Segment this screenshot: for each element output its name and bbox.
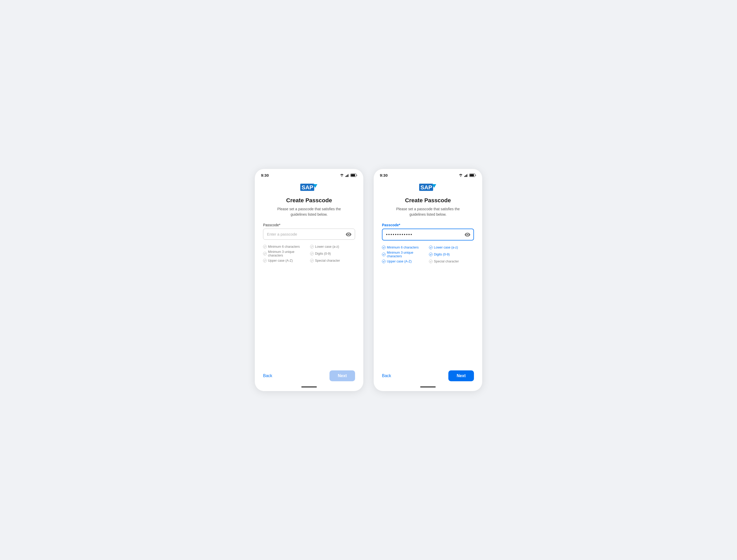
svg-rect-3	[347, 174, 348, 177]
home-indicator	[255, 386, 363, 391]
phone-inner: 9:30 SAP	[255, 169, 363, 391]
passcode-input[interactable]	[382, 229, 474, 240]
req-item-5: Special character	[429, 260, 474, 263]
status-time: 9:30	[261, 173, 269, 177]
svg-point-27	[429, 246, 432, 249]
svg-point-11	[310, 245, 313, 248]
phones-container: 9:30 SAP	[255, 169, 482, 391]
check-fulfilled-icon	[382, 260, 386, 263]
req-item-4: Upper case (A-Z)	[382, 260, 427, 263]
svg-text:SAP: SAP	[301, 184, 313, 191]
check-unfulfilled-icon	[310, 245, 314, 248]
battery-icon	[350, 174, 357, 177]
svg-rect-17	[464, 176, 465, 177]
eye-icon	[465, 232, 470, 237]
svg-point-14	[263, 259, 266, 262]
eye-toggle-button[interactable]	[464, 232, 471, 237]
svg-text:SAP: SAP	[421, 184, 432, 191]
req-text-4: Upper case (A-Z)	[268, 259, 293, 262]
svg-rect-20	[468, 174, 468, 177]
next-button[interactable]: Next	[329, 370, 355, 381]
req-item-5: Special character	[310, 259, 355, 262]
svg-rect-18	[466, 175, 466, 177]
check-unfulfilled-icon	[263, 252, 267, 255]
req-text-0: Minimum 6 characters	[268, 245, 300, 248]
signal-icon	[345, 174, 349, 177]
status-bar: 9:30	[255, 169, 363, 180]
bottom-bar: Back Next	[255, 366, 363, 386]
status-icons	[339, 174, 357, 177]
req-item-3: Digits (0-9)	[310, 250, 355, 257]
field-label: Passcode*	[382, 223, 400, 227]
page-subtitle: Please set a passcode that satisfies the…	[396, 206, 460, 217]
svg-point-16	[461, 176, 461, 177]
req-text-0: Minimum 6 characters	[387, 246, 419, 249]
field-label: Passcode*	[263, 223, 280, 227]
req-item-0: Minimum 6 characters	[263, 245, 308, 248]
svg-rect-2	[346, 175, 347, 177]
page-subtitle: Please set a passcode that satisfies the…	[277, 206, 341, 217]
svg-point-30	[382, 260, 385, 263]
check-unfulfilled-icon	[263, 259, 267, 262]
signal-icon	[464, 174, 468, 177]
svg-point-0	[341, 176, 342, 177]
phone-2: 9:30 SAP	[374, 169, 482, 391]
input-wrapper	[263, 229, 355, 240]
check-unfulfilled-icon	[310, 252, 314, 255]
svg-rect-1	[345, 176, 346, 177]
wifi-icon	[459, 174, 463, 177]
req-item-4: Upper case (A-Z)	[263, 259, 308, 262]
content-area: SAP Create Passcode Please set a passcod…	[255, 180, 363, 366]
bottom-bar: Back Next	[374, 366, 482, 386]
svg-point-31	[429, 260, 432, 263]
req-item-2: Minimum 3 unique characters	[263, 250, 308, 257]
next-button[interactable]: Next	[448, 370, 474, 381]
page-title: Create Passcode	[405, 197, 451, 204]
req-text-2: Minimum 3 unique characters	[268, 250, 308, 257]
check-unfulfilled-icon	[263, 245, 267, 248]
back-button[interactable]: Back	[382, 371, 391, 380]
home-bar	[301, 386, 317, 387]
svg-rect-4	[348, 174, 349, 177]
sap-logo: SAP	[300, 183, 318, 193]
check-fulfilled-icon	[382, 246, 386, 249]
svg-rect-19	[467, 174, 467, 177]
home-indicator	[374, 386, 482, 391]
wifi-icon	[339, 174, 344, 177]
home-bar	[420, 386, 436, 387]
status-time: 9:30	[380, 173, 388, 177]
eye-toggle-button[interactable]	[345, 232, 352, 237]
sap-logo: SAP	[419, 183, 437, 193]
req-item-1: Lower case (a-z)	[310, 245, 355, 248]
eye-icon	[346, 232, 351, 236]
svg-point-10	[263, 245, 266, 248]
req-text-2: Minimum 3 unique characters	[387, 251, 427, 258]
req-text-5: Special character	[315, 259, 340, 262]
check-fulfilled-icon	[429, 253, 433, 256]
svg-point-13	[310, 252, 313, 255]
content-area: SAP Create Passcode Please set a passcod…	[374, 180, 482, 366]
sap-logo-container: SAP	[300, 183, 318, 193]
svg-rect-22	[470, 174, 474, 176]
requirements-grid: Minimum 6 characters Lower case (a-z) Mi…	[382, 246, 474, 263]
check-fulfilled-icon	[429, 246, 433, 249]
req-text-1: Lower case (a-z)	[434, 246, 458, 249]
passcode-input[interactable]	[263, 229, 355, 240]
req-item-1: Lower case (a-z)	[429, 246, 474, 249]
req-text-3: Digits (0-9)	[315, 252, 331, 255]
page-title: Create Passcode	[286, 197, 332, 204]
requirements-grid: Minimum 6 characters Lower case (a-z) Mi…	[263, 245, 355, 262]
check-unfulfilled-icon	[429, 260, 433, 263]
back-button[interactable]: Back	[263, 371, 272, 380]
svg-point-26	[382, 246, 385, 249]
phone-inner: 9:30 SAP	[374, 169, 482, 391]
status-icons	[459, 174, 476, 177]
svg-point-12	[263, 252, 266, 255]
status-bar: 9:30	[374, 169, 482, 180]
svg-point-29	[429, 253, 432, 256]
check-fulfilled-icon	[382, 253, 386, 256]
req-text-1: Lower case (a-z)	[315, 245, 339, 248]
svg-point-28	[382, 253, 385, 256]
req-text-5: Special character	[434, 260, 459, 263]
req-text-3: Digits (0-9)	[434, 253, 450, 256]
